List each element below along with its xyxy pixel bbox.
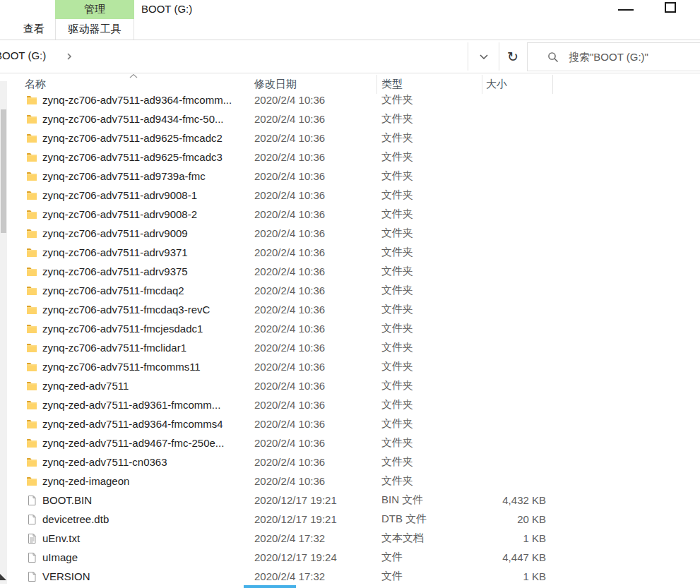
file-row[interactable]: zynq-zc706-adv7511-ad9739a-fmc 2020/2/4 … [0, 167, 700, 186]
tab-drive-tools[interactable]: 驱动器工具 [55, 19, 134, 40]
file-name: zynq-zc706-adv7511-fmcdaq3-revC [42, 304, 210, 316]
folder-icon [26, 380, 37, 392]
file-modified-date: 2020/2/4 10:36 [254, 475, 325, 487]
file-row[interactable]: devicetree.dtb 2020/12/17 19:21 DTB 文件 2… [0, 510, 700, 529]
file-row[interactable]: zynq-zc706-adv7511-fmclidar1 2020/2/4 10… [0, 338, 700, 357]
file-modified-date: 2020/2/4 10:36 [254, 246, 325, 258]
file-type: 文件夹 [381, 360, 413, 373]
file-modified-date: 2020/12/17 19:24 [254, 551, 337, 563]
file-type: 文件夹 [381, 284, 413, 297]
file-type: 文件夹 [381, 379, 413, 392]
file-name: zynq-zc706-adv7511-ad9434-fmc-50... [42, 113, 224, 125]
ribbon-tab-row: 查看 驱动器工具 [0, 19, 700, 40]
file-modified-date: 2020/2/4 10:36 [254, 399, 325, 411]
folder-icon [26, 95, 37, 106]
file-name: zynq-zc706-adv7511-fmcomms11 [42, 361, 201, 373]
file-row[interactable]: uImage 2020/12/17 19:24 文件 4,447 KB [0, 548, 700, 567]
left-scrollbar-thumb[interactable] [1, 109, 6, 233]
tab-view[interactable]: 查看 [13, 19, 55, 40]
address-dropdown-button[interactable] [468, 42, 499, 71]
file-name: zynq-zc706-adv7511-adrv9009 [42, 227, 188, 239]
file-modified-date: 2020/12/17 19:21 [254, 513, 337, 525]
file-modified-date: 2020/2/4 10:36 [254, 342, 325, 354]
file-row[interactable]: zynq-zc706-adv7511-adrv9008-1 2020/2/4 1… [0, 186, 700, 205]
column-header-modified[interactable]: 修改日期 [254, 78, 297, 91]
file-row[interactable]: zynq-zc706-adv7511-ad9625-fmcadc2 2020/2… [0, 128, 700, 148]
file-modified-date: 2020/2/4 17:32 [254, 570, 325, 582]
file-modified-date: 2020/2/4 10:36 [254, 323, 325, 335]
file-name: zynq-zc706-adv7511-fmcdaq2 [42, 284, 184, 296]
file-name: zynq-zc706-adv7511-adrv9375 [42, 265, 188, 277]
folder-icon [26, 361, 37, 373]
file-row[interactable]: zynq-zc706-adv7511-ad9625-fmcadc3 2020/2… [0, 148, 700, 167]
file-row[interactable]: zynq-zc706-adv7511-ad9364-fmcomm... 2020… [0, 94, 700, 109]
file-size: 4,447 KB [424, 551, 546, 563]
file-icon [26, 552, 37, 563]
folder-icon [26, 285, 37, 296]
file-type: BIN 文件 [381, 493, 423, 507]
search-box[interactable] [527, 42, 700, 71]
column-header-type[interactable]: 类型 [381, 78, 403, 91]
folder-icon [26, 342, 37, 354]
column-separator[interactable] [552, 75, 553, 94]
file-modified-date: 2020/2/4 10:36 [254, 361, 325, 373]
column-separator[interactable] [376, 75, 377, 94]
file-row[interactable]: uEnv.txt 2020/2/4 17:32 文本文档 1 KB [0, 529, 700, 548]
column-header-name[interactable]: 名称 [25, 78, 46, 91]
file-name: zynq-zed-adv7511-ad9364-fmcomms4 [42, 418, 223, 430]
file-row[interactable]: zynq-zc706-adv7511-adrv9371 2020/2/4 10:… [0, 243, 700, 262]
file-modified-date: 2020/12/17 19:21 [254, 494, 337, 506]
file-row[interactable]: zynq-zed-adv7511-cn0363 2020/2/4 10:36 文… [0, 452, 700, 472]
search-input[interactable] [569, 51, 696, 63]
file-row[interactable]: zynq-zed-adv7511-ad9467-fmc-250e... 2020… [0, 433, 700, 452]
refresh-icon: ↻ [507, 49, 518, 65]
file-name: zynq-zc706-adv7511-ad9364-fmcomm... [42, 94, 232, 106]
minimize-button[interactable] [618, 9, 634, 11]
file-type: 文件夹 [381, 417, 413, 431]
file-row[interactable]: zynq-zc706-adv7511-ad9434-fmc-50... 2020… [0, 109, 700, 128]
file-row[interactable]: VERSION 2020/2/4 17:32 文件 1 KB [0, 567, 700, 586]
file-modified-date: 2020/2/4 10:36 [254, 113, 325, 125]
file-row[interactable]: zynq-zc706-adv7511-adrv9009 2020/2/4 10:… [0, 224, 700, 243]
file-row[interactable]: zynq-zed-imageon 2020/2/4 10:36 文件夹 [0, 472, 700, 491]
folder-icon [26, 171, 37, 182]
left-scrollbar-track[interactable] [0, 81, 7, 584]
file-row[interactable]: zynq-zc706-adv7511-adrv9375 2020/2/4 10:… [0, 262, 700, 281]
file-modified-date: 2020/2/4 10:36 [254, 94, 325, 106]
file-row[interactable]: zynq-zc706-adv7511-fmcdaq3-revC 2020/2/4… [0, 300, 700, 319]
file-row[interactable]: zynq-zc706-adv7511-fmcomms11 2020/2/4 10… [0, 357, 700, 376]
file-name: uImage [42, 551, 78, 563]
search-icon [547, 52, 559, 63]
contextual-tab-manage[interactable]: 管理 [55, 0, 134, 19]
file-row[interactable]: zynq-zc706-adv7511-fmcjesdadc1 2020/2/4 … [0, 319, 700, 338]
file-type: 文件夹 [381, 208, 413, 221]
breadcrumb-chevron-icon[interactable] [66, 52, 73, 61]
file-row[interactable]: zynq-zc706-adv7511-adrv9008-2 2020/2/4 1… [0, 205, 700, 224]
folder-icon [26, 247, 37, 258]
file-type: 文件夹 [381, 169, 413, 183]
column-separator[interactable] [482, 75, 482, 94]
file-name: zynq-zc706-adv7511-adrv9371 [42, 246, 188, 258]
file-name: zynq-zc706-adv7511-ad9625-fmcadc2 [42, 132, 223, 144]
folder-icon [26, 190, 37, 201]
chevron-down-icon [479, 54, 489, 60]
tab-drive-tools-label: 驱动器工具 [69, 23, 121, 36]
file-row[interactable]: BOOT.BIN 2020/12/17 19:21 BIN 文件 4,432 K… [0, 491, 700, 510]
file-row[interactable]: zynq-zc706-adv7511-fmcdaq2 2020/2/4 10:3… [0, 281, 700, 300]
breadcrumb[interactable]: BOOT (G:) [0, 49, 46, 61]
file-type: 文件夹 [381, 398, 413, 412]
folder-icon [26, 304, 37, 316]
refresh-button[interactable]: ↻ [499, 42, 526, 71]
file-type: 文本文档 [381, 532, 424, 545]
file-row[interactable]: zynq-zed-adv7511-ad9361-fmcomm... 2020/2… [0, 395, 700, 414]
file-row[interactable]: zynq-zed-adv7511-ad9364-fmcomms4 2020/2/… [0, 414, 700, 433]
file-type: 文件夹 [381, 322, 413, 335]
file-type: 文件夹 [381, 150, 413, 164]
maximize-button[interactable] [665, 2, 676, 13]
file-type: 文件夹 [381, 94, 413, 107]
file-size: 1 KB [424, 532, 546, 544]
column-header-size[interactable]: 大小 [486, 78, 507, 91]
sort-ascending-icon [129, 73, 138, 79]
file-row[interactable]: zynq-zed-adv7511 2020/2/4 10:36 文件夹 [0, 376, 700, 395]
folder-icon [26, 438, 37, 449]
